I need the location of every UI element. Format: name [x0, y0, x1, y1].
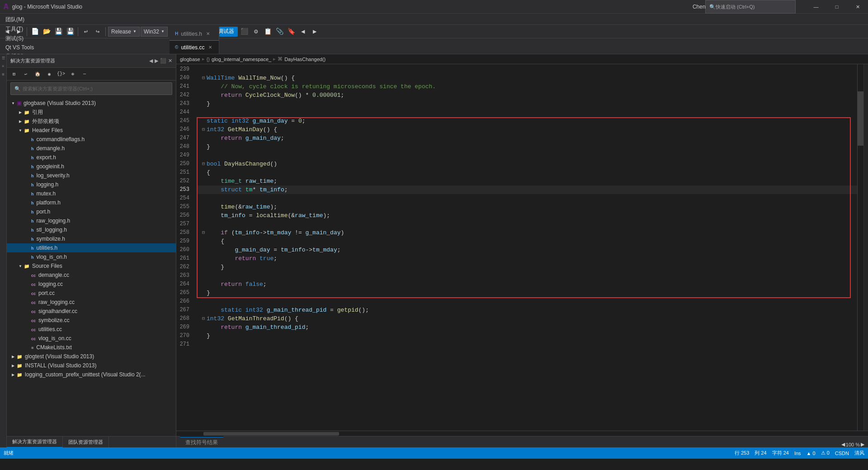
code-line[interactable]: return g_main_thread_pid; [197, 323, 857, 332]
sidebar-tab-team[interactable]: 团队资源管理器 [63, 437, 109, 447]
code-line[interactable]: ⊟WallTime WallTime_Now() { [197, 74, 857, 82]
save-all-button[interactable]: 💾 [65, 26, 75, 37]
menu-item[interactable]: 团队(M) [2, 15, 38, 24]
minimize-button[interactable]: — [806, 0, 826, 14]
tree-item[interactable]: ccraw_logging.cc [7, 298, 176, 307]
code-line[interactable]: } [197, 332, 857, 340]
redo-button[interactable]: ↪ [92, 26, 103, 37]
tree-item[interactable]: hplatform.h [7, 198, 176, 207]
toolbar-extra-6[interactable]: ◀ [297, 26, 308, 37]
code-line[interactable] [197, 65, 857, 74]
close-button[interactable]: ✕ [847, 0, 868, 14]
forward-button[interactable]: ▶ [14, 26, 24, 37]
tree-item[interactable]: ccvlog_is_on.cc [7, 334, 176, 343]
breadcrumb-part-3[interactable]: DayHasChanged() [284, 57, 326, 62]
editor-tab[interactable]: Hutilities.h✕ [170, 27, 219, 40]
quick-launch-box[interactable]: 🔍 快速启动 (Ctrl+Q) [705, 0, 796, 14]
platform-dropdown[interactable]: Win32 ▼ [141, 27, 168, 37]
expand-icon[interactable]: ▶ [10, 355, 16, 359]
editor-tab[interactable]: ©utilities.cc✕ [170, 40, 219, 54]
code-content[interactable]: ⊟WallTime WallTime_Now() { // Now, cycle… [197, 64, 857, 431]
code-line[interactable]: ⊟bool DayHasChanged() [197, 160, 857, 168]
code-line[interactable]: g_main_day = tm_info->tm_mday; [197, 246, 857, 254]
code-line[interactable]: } [197, 142, 857, 151]
sidebar-btn-4[interactable]: ✕ [168, 58, 172, 64]
build-config-dropdown[interactable]: Release ▼ [108, 27, 140, 37]
tab-close-button[interactable]: ✕ [205, 31, 211, 37]
fold-icon[interactable]: ⊟ [200, 160, 207, 168]
sidebar-tab-solution[interactable]: 解决方案资源管理器 [7, 437, 63, 447]
sidebar-tb-1[interactable]: ⊞ [9, 69, 19, 80]
save-button[interactable]: 💾 [53, 26, 64, 37]
tree-item[interactable]: ▼📁Header Files [7, 126, 176, 135]
sidebar-tb-7[interactable]: — [79, 69, 90, 80]
tree-item[interactable]: ccsymbolize.cc [7, 316, 176, 325]
expand-icon[interactable]: ▼ [18, 264, 23, 268]
tree-item[interactable]: ▼📁Source Files [7, 261, 176, 271]
code-line[interactable]: { [197, 168, 857, 177]
new-file-button[interactable]: 📄 [29, 26, 40, 37]
tree-item[interactable]: hraw_logging.h [7, 216, 176, 225]
tree-item[interactable]: hport.h [7, 207, 176, 216]
code-line[interactable]: time(&raw_time); [197, 203, 857, 211]
sidebar-btn-3[interactable]: ⬛ [160, 58, 166, 64]
code-line[interactable]: static int32 g_main_day = 0; [197, 117, 857, 125]
bottom-scrollbar[interactable] [176, 431, 868, 436]
tree-item[interactable]: ▶📁logging_custom_prefix_unittest (Visual… [7, 370, 176, 379]
tree-item[interactable]: ▶📁glogtest (Visual Studio 2013) [7, 352, 176, 361]
toolbar-extra-4[interactable]: 📎 [274, 26, 285, 37]
code-line[interactable] [197, 271, 857, 280]
breadcrumb-part-2[interactable]: glog_internal_namespace_ [212, 57, 271, 62]
fold-icon[interactable]: ⊟ [200, 228, 207, 237]
undo-button[interactable]: ↩ [80, 26, 91, 37]
code-line[interactable]: return true; [197, 254, 857, 263]
tree-item[interactable]: hdemangle.h [7, 144, 176, 153]
sidebar-tb-3[interactable]: 🏠 [32, 69, 43, 80]
tree-item[interactable]: hsymbolize.h [7, 234, 176, 243]
tree-item[interactable]: ccutilities.cc [7, 325, 176, 334]
code-line[interactable] [197, 151, 857, 160]
code-line[interactable]: tm_info = localtime(&raw_time); [197, 211, 857, 220]
status-ins[interactable]: Ins [794, 451, 801, 456]
tree-item[interactable]: hmutex.h [7, 189, 176, 198]
zoom-out-button[interactable]: ◀ [841, 442, 845, 447]
code-line[interactable] [197, 194, 857, 203]
tree-item[interactable]: hlogging.h [7, 180, 176, 189]
zoom-in-button[interactable]: ▶ [861, 442, 864, 447]
code-line[interactable]: return CycleClock_Now() * 0.000001; [197, 91, 857, 100]
code-line[interactable]: ⊟int32 GetMainDay() { [197, 125, 857, 134]
code-line[interactable]: static int32 g_main_thread_pid = getpid(… [197, 306, 857, 314]
expand-icon[interactable]: ▶ [18, 119, 23, 123]
sidebar-tb-6[interactable]: ⊛ [67, 69, 78, 80]
sidebar-tb-5[interactable]: {}> [56, 69, 66, 80]
toolbar-extra-5[interactable]: 🔖 [286, 26, 297, 37]
sidebar-tb-4[interactable]: ◉ [44, 69, 55, 80]
expand-icon[interactable]: ▼ [18, 128, 23, 133]
menu-item[interactable]: Qt VS Tools [2, 43, 38, 52]
code-line[interactable] [197, 108, 857, 117]
code-line[interactable]: } [197, 263, 857, 271]
tree-item[interactable]: hstl_logging.h [7, 225, 176, 234]
toolbar-extra-7[interactable]: ▶ [309, 26, 320, 37]
code-line[interactable]: // Now, cycle clock is retuning microsec… [197, 82, 857, 91]
code-line[interactable]: ⊟ if (tm_info->tm_mday != g_main_day) [197, 228, 857, 237]
toolbar-extra-2[interactable]: ⚙ [250, 26, 261, 37]
toolbar-extra-3[interactable]: 📋 [262, 26, 273, 37]
maximize-button[interactable]: □ [826, 0, 847, 14]
tree-item[interactable]: hutilities.h [7, 243, 176, 252]
tree-item[interactable]: ccport.cc [7, 289, 176, 298]
code-line[interactable]: struct tm* tm_info; [197, 185, 857, 194]
toolbar-extra-1[interactable]: ⬛ [239, 26, 250, 37]
tree-item[interactable]: hlog_severity.h [7, 171, 176, 180]
code-line[interactable] [197, 297, 857, 306]
sidebar-search[interactable]: 🔍 搜索解决方案资源管理器(Ctrl+;) [10, 82, 172, 95]
expand-icon[interactable]: ▶ [10, 373, 16, 377]
code-line[interactable]: } [197, 289, 857, 297]
code-line[interactable]: { [197, 237, 857, 246]
sidebar-btn-2[interactable]: ▶ [155, 58, 158, 64]
expand-icon[interactable]: ▶ [18, 110, 23, 114]
code-line[interactable] [197, 220, 857, 228]
fold-icon[interactable]: ⊟ [200, 74, 207, 82]
code-line[interactable]: return false; [197, 280, 857, 289]
code-line[interactable]: return g_main_day; [197, 134, 857, 142]
